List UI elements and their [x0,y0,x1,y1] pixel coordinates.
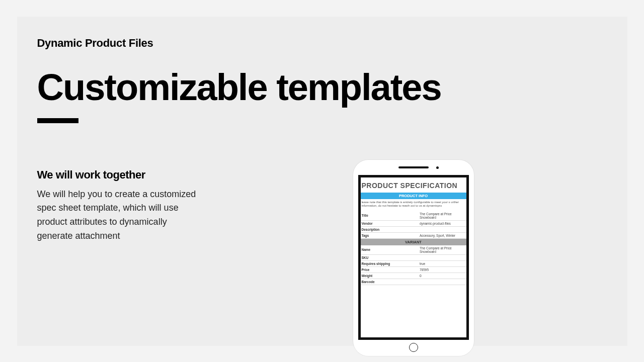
table-row: Description [361,226,466,232]
phone-speaker [398,166,429,168]
row-label: Description [361,226,419,232]
row-label: Requires shipping [361,260,419,266]
row-label: Name [361,245,419,255]
phone-screen: PRODUCT SPECIFICATION PRODUCT INFO lease… [358,175,469,340]
row-label: Vendor [361,220,419,226]
row-value: 78595 [419,266,466,273]
row-label: Barcode [361,279,419,285]
row-value: dynamic-product-files [419,220,466,226]
table-row: Weight0 [361,273,466,279]
spec-doc-title: PRODUCT SPECIFICATION [361,177,466,193]
row-label: Weight [361,273,419,279]
table-row: Vendordynamic-product-files [361,220,466,226]
subheading: We will work together [37,168,203,182]
headline-underline [37,118,78,123]
row-value [419,254,466,260]
row-label: Title [361,211,419,221]
table-row: Price78595 [361,266,466,273]
row-value [419,279,466,285]
row-value [419,226,466,232]
phone-mockup: PRODUCT SPECIFICATION PRODUCT INFO lease… [353,160,474,356]
section-variant: VARIANT [361,239,466,245]
row-value: The Compare at Price Snowboard [419,211,466,221]
body-text: We will help you to create a customized … [37,188,203,244]
table-row: TagsAccessory, Sport, Winter [361,232,466,238]
product-info-table: TitleThe Compare at Price SnowboardVendo… [361,211,466,239]
section-product-info: PRODUCT INFO [361,193,466,199]
headline: Customizable templates [37,69,607,106]
phone-home-button [409,343,418,352]
phone-camera [436,166,439,169]
row-label: Tags [361,232,419,238]
table-row: SKU [361,254,466,260]
row-value: 0 [419,273,466,279]
spec-note: lease note that this template is entirel… [361,199,466,211]
body-block: We will work together We will help you t… [37,168,203,244]
table-row: TitleThe Compare at Price Snowboard [361,211,466,221]
row-value: Accessory, Sport, Winter [419,232,466,238]
variant-table: NameThe Compare at Price SnowboardSKUReq… [361,245,466,285]
table-row: Barcode [361,279,466,285]
table-row: NameThe Compare at Price Snowboard [361,245,466,255]
slide-card: Dynamic Product Files Customizable templ… [17,17,627,346]
row-value: true [419,260,466,266]
table-row: Requires shippingtrue [361,260,466,266]
row-value: The Compare at Price Snowboard [419,245,466,255]
brand-name: Dynamic Product Files [37,37,607,50]
row-label: SKU [361,254,419,260]
row-label: Price [361,266,419,273]
